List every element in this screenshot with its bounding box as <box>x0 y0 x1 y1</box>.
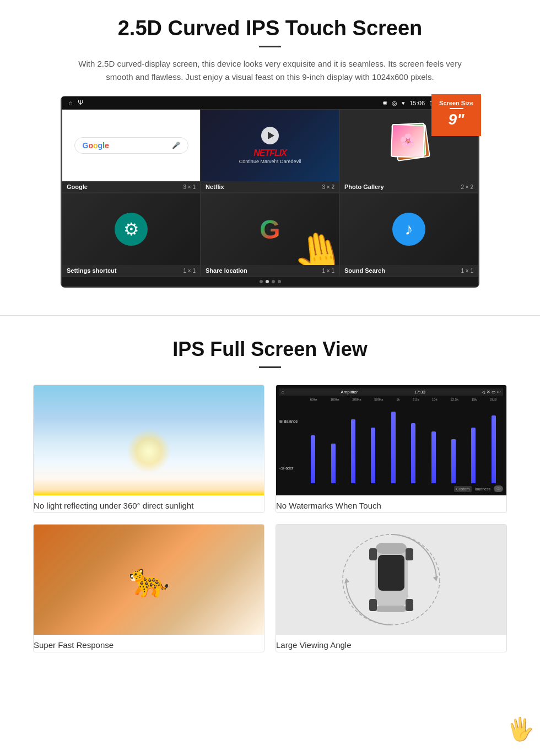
share-grid-size: 1 × 1 <box>322 268 334 274</box>
section1: 2.5D Curved IPS Touch Screen With 2.5D c… <box>0 0 540 299</box>
eq-freq-row: 60hz100hz200hz500hz1k2.5k10k12.5k15kSUB <box>304 398 503 401</box>
share-bg: G <box>201 193 339 265</box>
wifi-icon: ▾ <box>402 100 405 107</box>
netflix-bg: NETFLIX Continue Marvel's Daredevil <box>201 110 339 181</box>
amp-sliders-icon: ⊞ Balance <box>279 419 301 424</box>
amplifier-image: ⌂ Amplifier 17:33 ◁ ✕ ▭ ↩ ⊞ Balance ◁ Fa… <box>276 385 506 495</box>
eq-bar-5 <box>391 412 396 484</box>
photo-card-3 <box>391 124 425 158</box>
app-cell-sound[interactable]: ♪ Sound Search 1 × 1 <box>339 193 478 277</box>
sunlight-image <box>34 385 264 495</box>
app-cell-share[interactable]: G 🤚 Share location 1 × 1 <box>201 193 339 277</box>
eq-bar-7 <box>431 431 436 483</box>
dot-3 <box>272 280 275 283</box>
sound-cell-inner: ♪ <box>340 193 478 265</box>
amp-loudness-label: loudness <box>475 487 490 491</box>
eq-bar-1 <box>311 435 315 483</box>
section2-underline <box>259 366 281 368</box>
amp-volume-icon: ◁ Fader <box>279 466 301 471</box>
amp-controls: Custom loudness ⬭ <box>304 485 503 492</box>
app-cell-netflix[interactable]: NETFLIX Continue Marvel's Daredevil Netf… <box>201 109 339 193</box>
card-amplifier: ⌂ Amplifier 17:33 ◁ ✕ ▭ ↩ ⊞ Balance ◁ Fa… <box>276 385 507 513</box>
screen-size-badge: Screen Size 9" <box>431 94 481 136</box>
title-underline <box>259 46 281 47</box>
eq-bar-2 <box>331 444 336 484</box>
eq-bars <box>304 403 503 483</box>
app-cell-settings[interactable]: ⚙ Settings shortcut 1 × 1 <box>62 193 201 277</box>
share-label-row: Share location 1 × 1 <box>201 265 339 276</box>
photo-stack <box>387 123 431 168</box>
badge-underline <box>450 108 463 109</box>
netflix-app-name: Netflix <box>206 183 224 190</box>
play-icon <box>268 132 274 139</box>
location-icon: ◎ <box>392 100 397 107</box>
amp-title: Amplifier <box>341 390 358 395</box>
app-cell-google[interactable]: Google 🎤 Google 3 × 1 <box>62 109 201 193</box>
svg-rect-10 <box>406 599 413 611</box>
settings-bg: ⚙ <box>62 193 200 265</box>
status-bar: ⌂ Ψ ✱ ◎ ▾ 15:06 ⊡ ◁ ✕ ▭ ↩ <box>62 97 478 109</box>
google-bg: Google 🎤 <box>62 110 200 181</box>
svg-rect-7 <box>369 548 377 560</box>
eq-bar-3 <box>351 419 355 483</box>
svg-rect-4 <box>378 555 404 591</box>
google-maps-icon: G <box>260 214 280 245</box>
sound-grid-size: 1 × 1 <box>461 268 473 274</box>
cheetah-caption: Super Fast Response <box>34 635 264 652</box>
amp-body: ⊞ Balance ◁ Fader 60hz100hz200hz500hz1k2… <box>279 398 503 492</box>
share-cell-inner: G 🤚 <box>201 193 339 265</box>
cheetah-icon: 🐆 <box>128 560 170 600</box>
netflix-label-row: Netflix 3 × 2 <box>201 181 339 192</box>
eq-bar-6 <box>411 423 415 483</box>
eq-bar-9 <box>471 428 476 484</box>
svg-rect-9 <box>369 599 377 611</box>
card-car: Large Viewing Angle <box>276 524 507 652</box>
amp-eq: 60hz100hz200hz500hz1k2.5k10k12.5k15kSUB <box>304 398 503 492</box>
svg-rect-5 <box>376 543 407 554</box>
google-cell-inner: Google 🎤 <box>62 110 200 181</box>
sunlight-caption: No light reflecting under 360° direct su… <box>34 495 264 512</box>
card-sunlight: No light reflecting under 360° direct su… <box>33 385 264 513</box>
gear-icon: ⚙ <box>123 219 139 240</box>
badge-title: Screen Size <box>439 100 473 106</box>
google-search-bar[interactable]: Google 🎤 <box>74 137 188 154</box>
netflix-logo: NETFLIX <box>253 149 287 158</box>
car-svg <box>336 527 446 632</box>
dot-4 <box>278 280 281 283</box>
section1-description: With 2.5D curved-display screen, this de… <box>77 57 463 84</box>
music-note-icon: ♪ <box>392 213 425 246</box>
cheetah-image: 🐆 <box>34 525 264 635</box>
google-label-row: Google 3 × 1 <box>62 181 200 192</box>
eq-bar-8 <box>451 439 456 483</box>
svg-rect-6 <box>376 606 407 612</box>
photos-app-name: Photo Gallery <box>344 183 384 190</box>
time-display: 15:06 <box>409 100 425 106</box>
netflix-cell-inner: NETFLIX Continue Marvel's Daredevil <box>201 110 339 181</box>
dot-1 <box>260 280 263 283</box>
amp-toggle[interactable]: ⬭ <box>494 485 503 492</box>
netflix-grid-size: 3 × 2 <box>322 184 334 190</box>
section-divider <box>0 315 540 316</box>
play-button[interactable] <box>261 127 279 144</box>
share-app-name: Share location <box>206 267 247 274</box>
settings-cell-inner: ⚙ <box>62 193 200 265</box>
section2: IPS Full Screen View No light reflecting… <box>0 332 540 669</box>
settings-app-name: Settings shortcut <box>67 267 116 274</box>
amp-custom-btn[interactable]: Custom <box>454 486 472 492</box>
amp-home-icon: ⌂ <box>282 390 284 395</box>
sound-app-name: Sound Search <box>344 267 385 274</box>
settings-icon-wrap: ⚙ <box>115 213 148 246</box>
sound-label-row: Sound Search 1 × 1 <box>340 265 478 276</box>
amplifier-caption: No Watermarks When Touch <box>276 495 506 512</box>
eq-bar-4 <box>371 428 375 484</box>
home-icon[interactable]: ⌂ <box>68 99 72 107</box>
google-app-name: Google <box>67 183 88 190</box>
section1-title: 2.5D Curved IPS Touch Screen <box>33 17 507 40</box>
google-grid-size: 3 × 1 <box>183 184 196 190</box>
amp-status-bar: ⌂ Amplifier 17:33 ◁ ✕ ▭ ↩ <box>279 388 503 396</box>
amp-icons: ◁ ✕ ▭ ↩ <box>482 390 501 395</box>
app-grid-row2: ⚙ Settings shortcut 1 × 1 G 🤚 <box>62 193 478 277</box>
dot-2 <box>266 280 269 283</box>
sun-burst <box>127 429 171 473</box>
netflix-subtitle: Continue Marvel's Daredevil <box>239 159 301 164</box>
